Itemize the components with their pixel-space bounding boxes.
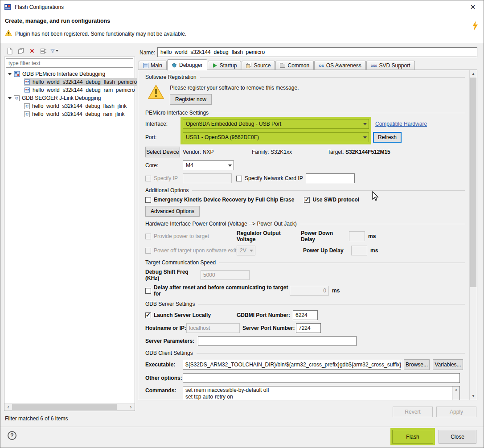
other-options-label: Other options: (145, 375, 183, 381)
scrollbar-thumb[interactable] (12, 404, 117, 410)
executable-field[interactable]: ${S32DS_ARM32_TOOLCHAIN_DIR}/bin/${arm32… (183, 360, 401, 370)
target-value: S32K144F512M15 (345, 149, 390, 155)
collapse-all-icon[interactable] (39, 47, 47, 55)
tab-svd-support[interactable]: 1010 SVD Support (366, 61, 415, 70)
tab-main[interactable]: Main (139, 61, 167, 70)
refresh-button[interactable]: Refresh (373, 132, 402, 143)
tree-group-pemicro[interactable]: GDB PEMicro Interface Debugging (4, 70, 135, 78)
emergency-recovery-checkbox[interactable] (145, 197, 151, 203)
tree-group-label: GDB PEMicro Interface Debugging (22, 71, 105, 77)
configurations-pane: ✕ GDB PEMicro Interface Debugging (4, 45, 135, 422)
server-port-label: Server Port Number: (242, 325, 296, 331)
close-button[interactable]: Close (439, 430, 476, 444)
horizontal-scrollbar[interactable]: ‹ › (4, 403, 135, 411)
config-tree-panel: GDB PEMicro Interface Debugging hello_wo… (4, 57, 135, 411)
tree-group-jlink[interactable]: C GDB SEGGER J-Link Debugging (4, 94, 135, 102)
scroll-down-icon[interactable]: ▼ (453, 399, 459, 400)
power-down-delay-field[interactable] (349, 231, 365, 241)
delete-config-icon[interactable]: ✕ (28, 47, 36, 55)
commands-scrollbar[interactable]: ▲ ▼ (452, 386, 459, 400)
power-off-exit-checkbox[interactable] (145, 248, 151, 254)
help-icon[interactable]: ? (8, 431, 16, 440)
advanced-options-button[interactable]: Advanced Options (145, 206, 200, 217)
tab-label: Main (151, 62, 162, 69)
scroll-right-icon[interactable]: › (127, 403, 135, 411)
scroll-left-icon[interactable]: ‹ (4, 403, 12, 411)
use-swd-checkbox[interactable] (304, 197, 310, 203)
port-dropdown[interactable]: USB1 - OpenSDA (9562DE0F) (183, 132, 369, 142)
chevron-down-icon[interactable] (8, 73, 12, 75)
debug-shift-freq-field[interactable]: 5000 (201, 270, 250, 280)
tab-label: OS Awareness (326, 62, 361, 69)
os-awareness-tab-icon: OS (319, 64, 324, 68)
name-input[interactable] (157, 47, 477, 57)
filter-launch-menu-icon[interactable] (50, 47, 58, 55)
other-options-field[interactable] (183, 373, 460, 383)
register-now-button[interactable]: Register now (170, 94, 212, 105)
flash-button[interactable]: Flash (392, 430, 433, 444)
power-up-delay-field[interactable] (351, 246, 367, 255)
chevron-down-icon[interactable] (8, 97, 12, 99)
config-toolbar: ✕ (4, 45, 135, 57)
interface-dropdown[interactable]: OpenSDA Embedded Debug - USB Port (183, 119, 369, 129)
power-up-delay-label: Power Up Delay (303, 247, 349, 254)
select-device-button[interactable]: Select Device (145, 147, 180, 157)
tab-label: Source (254, 62, 271, 69)
tab-startup[interactable]: Startup (208, 61, 242, 70)
gdbmi-port-field[interactable]: 6224 (293, 310, 318, 320)
filter-input[interactable] (6, 58, 133, 68)
tab-common[interactable]: Common (275, 61, 314, 70)
titlebar: Flash Configurations ✕ (0, 0, 484, 14)
scrollbar-thumb[interactable] (470, 78, 476, 287)
delay-after-reset-field[interactable]: 0 (290, 286, 329, 296)
tree-item-flash-pemicro[interactable]: hello_world_s32k144_debug_flash_pemicro (4, 78, 135, 86)
server-parameters-field[interactable] (198, 336, 357, 346)
network-card-ip-field[interactable] (306, 173, 355, 183)
scroll-up-icon[interactable]: ▲ (453, 386, 459, 393)
hostname-field[interactable]: localhost (186, 323, 240, 333)
window-close-icon[interactable]: ✕ (466, 3, 480, 11)
common-tab-icon (280, 63, 285, 68)
power-off-exit-label: Power off target upon software exit (154, 247, 236, 254)
specify-network-card-checkbox[interactable] (236, 176, 242, 181)
provide-power-checkbox[interactable] (145, 234, 151, 239)
commands-textarea[interactable]: set mem inaccessible-by-default off set … (183, 386, 460, 400)
scroll-down-icon[interactable]: ▼ (470, 392, 477, 400)
interface-label: Interface: (145, 121, 183, 127)
tree-item-ram-pemicro[interactable]: hello_world_s32k144_debug_ram_pemicro (4, 86, 135, 94)
compatible-hardware-link[interactable]: Compatible Hardware (375, 121, 427, 127)
server-port-field[interactable]: 7224 (296, 323, 321, 333)
vertical-scrollbar[interactable]: ▲ ▼ (469, 70, 477, 400)
voltage-dropdown[interactable]: 2V (237, 246, 255, 255)
core-dropdown[interactable]: M4 (183, 160, 234, 170)
startup-tab-icon (212, 63, 217, 68)
delay-after-reset-checkbox[interactable] (145, 288, 151, 294)
ip-field[interactable] (183, 173, 232, 183)
software-registration-section: Software Registration Please register yo… (145, 74, 465, 106)
gdb-server-section: GDB Server Settings Launch Server Locall… (145, 301, 465, 346)
tab-label: Startup (220, 62, 237, 69)
tab-debugger[interactable]: Debugger (167, 59, 207, 70)
power-control-section: Hardware Interface Power Control (Voltag… (145, 221, 465, 255)
launch-server-locally-checkbox[interactable] (145, 312, 151, 318)
section-title: PEMicro Interface Settings (145, 110, 209, 116)
server-parameters-label: Server Parameters: (145, 338, 194, 344)
apply-button[interactable]: Apply (436, 407, 476, 417)
tab-source[interactable]: Source (242, 61, 275, 70)
tab-os-awareness[interactable]: OS OS Awareness (314, 61, 366, 70)
warning-icon (5, 30, 12, 37)
revert-button[interactable]: Revert (393, 407, 433, 417)
vendor-value: NXP (203, 149, 214, 155)
communication-speed-section: Target Communication Speed Debug Shift F… (145, 259, 465, 297)
new-config-icon[interactable] (6, 47, 14, 55)
duplicate-config-icon[interactable] (17, 47, 25, 55)
debugger-tab-content: Software Registration Please register yo… (138, 70, 477, 400)
tree-item-flash-jlink[interactable]: C hello_world_s32k144_debug_flash_jlink (4, 102, 135, 110)
warning-icon-large (148, 85, 164, 100)
scroll-up-icon[interactable]: ▲ (470, 70, 477, 78)
browse-button[interactable]: Browse... (404, 359, 430, 370)
variables-button[interactable]: Variables... (433, 359, 463, 370)
config-tabs: Main Debugger Startup Source Common OS O… (139, 59, 415, 70)
tree-item-ram-jlink[interactable]: C hello_world_s32k144_debug_ram_jlink (4, 110, 135, 118)
specify-ip-checkbox[interactable] (145, 176, 151, 181)
